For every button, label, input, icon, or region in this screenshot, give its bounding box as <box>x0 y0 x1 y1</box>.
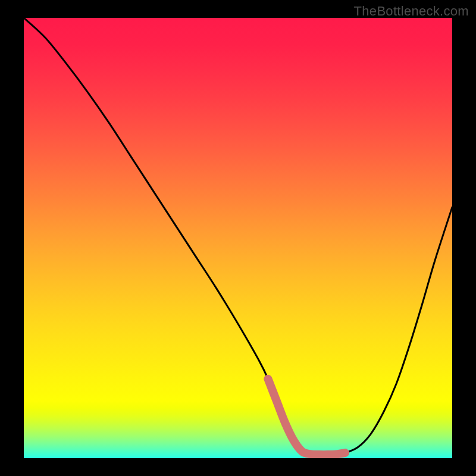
attribution-label: TheBottleneck.com <box>354 4 469 19</box>
chart-svg <box>24 18 452 458</box>
chart-stage: TheBottleneck.com <box>0 0 476 476</box>
plot-area <box>24 18 452 458</box>
gradient-background <box>24 18 452 458</box>
